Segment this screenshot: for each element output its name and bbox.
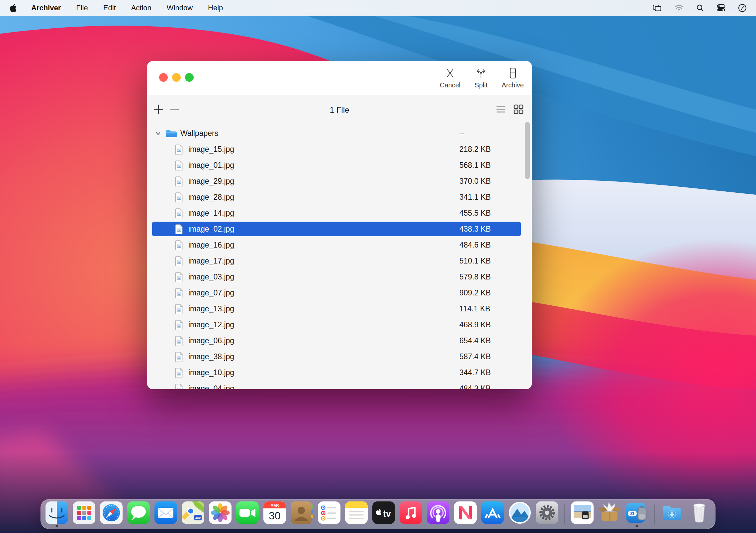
file-size: 568.1 KB [459, 161, 491, 170]
jpeg-file-icon [175, 368, 183, 380]
menu-item-help[interactable]: Help [208, 4, 223, 12]
file-name: image_12.jpg [188, 320, 234, 329]
file-row[interactable]: image_10.jpg344.7 KB [147, 365, 532, 380]
wifi-icon[interactable] [674, 4, 684, 12]
dock-app-store-icon[interactable] [481, 501, 505, 527]
file-row[interactable]: image_04.jpg484.3 KB [147, 380, 532, 389]
menu-item-action[interactable]: Action [131, 4, 151, 12]
dock-contacts-icon[interactable] [290, 501, 314, 527]
archive-box-icon [506, 66, 520, 80]
desktop: Archiver File Edit Action Window Help [0, 0, 756, 533]
file-name: image_03.jpg [188, 272, 234, 281]
list-toolbar: 1 File [147, 95, 532, 125]
file-row[interactable]: image_16.jpg484.6 KB [147, 237, 532, 253]
file-name: image_17.jpg [188, 257, 234, 266]
dock-news-icon[interactable] [453, 501, 477, 527]
window-titlebar: Cancel Split Archive [147, 61, 532, 95]
file-row[interactable]: image_06.jpg654.4 KB [147, 333, 532, 349]
traffic-lights [159, 73, 194, 82]
grid-view-button[interactable] [513, 104, 524, 116]
file-size: 344.7 KB [459, 368, 491, 377]
jpeg-file-icon [175, 176, 183, 188]
list-view-button[interactable] [496, 104, 506, 116]
file-row-selected[interactable]: image_02.jpg438.3 KB [147, 221, 532, 237]
file-size: 114.1 KB [459, 304, 490, 313]
dock-mail-icon[interactable] [154, 501, 178, 527]
svg-text:280: 280 [195, 516, 201, 519]
search-icon[interactable] [696, 4, 704, 12]
dock-zip-archiver-icon[interactable]: ZI [625, 501, 649, 527]
jpeg-file-icon [175, 240, 183, 252]
file-row[interactable]: image_07.jpg909.2 KB [147, 285, 532, 301]
dock-photos-icon[interactable] [208, 501, 232, 527]
file-name: image_01.jpg [188, 161, 234, 170]
svg-text:tv: tv [383, 509, 391, 519]
file-row[interactable]: image_13.jpg114.1 KB [147, 301, 532, 317]
menu-item-file[interactable]: File [76, 4, 88, 12]
dock-facetime-icon[interactable] [236, 501, 259, 527]
file-row[interactable]: image_29.jpg370.0 KB [147, 173, 532, 189]
jpeg-file-icon [175, 288, 183, 300]
dock-launchpad-icon[interactable] [72, 501, 96, 527]
dock-messages-icon[interactable] [127, 501, 150, 527]
file-size: 909.2 KB [459, 288, 491, 297]
file-name: image_07.jpg [188, 288, 234, 297]
dock-reminders-icon[interactable] [317, 501, 341, 527]
file-row[interactable]: image_17.jpg510.1 KB [147, 253, 532, 269]
file-name: image_38.jpg [188, 352, 234, 361]
file-name: image_14.jpg [188, 209, 234, 218]
dock-app-mountains-icon[interactable] [508, 501, 532, 527]
zoom-button[interactable] [185, 73, 194, 82]
archive-button[interactable]: Archive [500, 65, 526, 90]
cancel-button[interactable]: Cancel [438, 65, 462, 90]
dock-podcasts-icon[interactable] [426, 501, 450, 527]
jpeg-file-icon [175, 208, 183, 220]
file-size: 579.8 KB [459, 272, 491, 281]
jpeg-file-icon [175, 352, 183, 364]
file-name: image_10.jpg [188, 368, 234, 377]
menu-app-name[interactable]: Archiver [31, 4, 61, 12]
jpeg-file-icon [175, 192, 183, 204]
clock-icon[interactable] [738, 4, 747, 12]
chevron-down-icon[interactable] [154, 130, 162, 139]
file-row[interactable]: image_12.jpg468.9 KB [147, 317, 532, 333]
control-center-icon[interactable] [717, 4, 725, 12]
menu-item-window[interactable]: Window [167, 4, 193, 12]
dock-finder-icon[interactable] [45, 501, 69, 527]
dock-safari-icon[interactable] [99, 501, 123, 527]
scrollbar-thumb[interactable] [525, 122, 530, 179]
dock-notes-icon[interactable] [344, 501, 368, 527]
dock-downloads-icon[interactable] [660, 501, 684, 527]
dock-divider [564, 504, 565, 524]
file-row[interactable]: image_03.jpg579.8 KB [147, 269, 532, 285]
file-row[interactable]: image_38.jpg587.4 KB [147, 349, 532, 365]
file-size: 468.9 KB [459, 320, 491, 329]
file-row[interactable]: image_15.jpg218.2 KB [147, 141, 532, 157]
jpeg-file-icon [175, 145, 183, 157]
cancel-icon [443, 66, 457, 80]
mission-control-icon[interactable] [653, 4, 662, 12]
dock-unarchiver-icon[interactable] [598, 501, 621, 527]
file-name: image_02.jpg [188, 225, 234, 234]
menu-item-edit[interactable]: Edit [103, 4, 116, 12]
apple-menu-icon[interactable] [9, 3, 18, 13]
file-row[interactable]: image_01.jpg568.1 KB [147, 157, 532, 173]
folder-name: Wallpapers [180, 129, 218, 138]
file-size: 438.3 KB [459, 225, 491, 234]
split-button[interactable]: Split [472, 65, 490, 90]
folder-row[interactable]: Wallpapers -- [147, 125, 532, 141]
file-row[interactable]: image_14.jpg455.5 KB [147, 205, 532, 221]
dock-maps-icon[interactable]: 280 [181, 501, 205, 527]
minimize-button[interactable] [172, 73, 181, 82]
file-row[interactable]: image_28.jpg341.1 KB [147, 189, 532, 205]
file-name: image_13.jpg [188, 304, 234, 313]
dock-apple-tv-icon[interactable]: tv [372, 501, 396, 527]
dock-system-preferences-icon[interactable] [535, 501, 559, 527]
close-button[interactable] [159, 73, 168, 82]
file-size: 370.0 KB [459, 177, 491, 186]
dock-calendar-icon[interactable]: MAR30 [263, 501, 287, 527]
dock-trash-icon[interactable] [687, 501, 711, 527]
dock-music-icon[interactable] [399, 501, 423, 527]
file-size: 510.1 KB [459, 257, 491, 266]
dock-image-editor-icon[interactable] [570, 501, 594, 527]
